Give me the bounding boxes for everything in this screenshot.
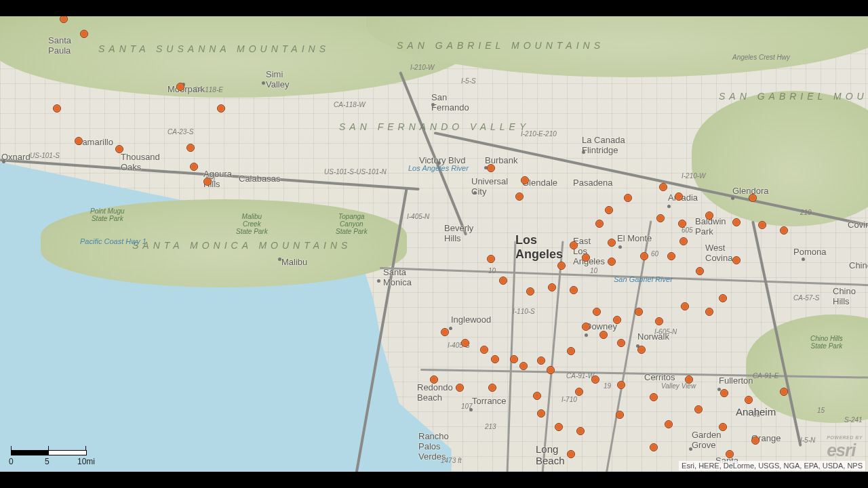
poi-marker[interactable] — [456, 384, 464, 392]
esri-logo-tagline: POWERED BY — [827, 435, 863, 440]
city-label: Moorpark — [167, 84, 205, 94]
city-dot-icon — [449, 327, 452, 330]
poi-marker[interactable] — [80, 30, 88, 38]
poi-marker[interactable] — [515, 192, 524, 201]
poi-marker[interactable] — [593, 308, 601, 316]
poi-marker[interactable] — [570, 241, 578, 249]
poi-marker[interactable] — [696, 267, 704, 275]
poi-marker[interactable] — [705, 211, 713, 220]
poi-marker[interactable] — [567, 347, 575, 355]
poi-marker[interactable] — [548, 283, 556, 291]
poi-marker[interactable] — [217, 104, 225, 113]
poi-marker[interactable] — [608, 239, 616, 247]
city-label: Fullerton — [719, 375, 753, 386]
poi-marker[interactable] — [441, 328, 449, 336]
poi-marker[interactable] — [679, 237, 688, 245]
poi-marker[interactable] — [780, 388, 788, 396]
poi-marker[interactable] — [533, 392, 541, 400]
poi-marker[interactable] — [650, 393, 658, 401]
city-label: ChinoHills — [833, 286, 856, 306]
poi-marker[interactable] — [655, 317, 663, 325]
poi-marker[interactable] — [203, 178, 212, 186]
poi-marker[interactable] — [582, 323, 590, 331]
poi-marker[interactable] — [510, 355, 518, 363]
poi-marker[interactable] — [780, 226, 788, 235]
poi-marker[interactable] — [519, 362, 528, 370]
poi-marker[interactable] — [186, 144, 195, 152]
poi-marker[interactable] — [675, 192, 683, 201]
poi-marker[interactable] — [190, 163, 198, 171]
poi-marker[interactable] — [635, 308, 643, 316]
poi-marker[interactable] — [694, 405, 703, 413]
poi-marker[interactable] — [176, 83, 184, 91]
poi-marker[interactable] — [595, 220, 604, 228]
poi-marker[interactable] — [570, 286, 578, 294]
poi-marker[interactable] — [751, 436, 760, 445]
poi-marker[interactable] — [555, 423, 563, 431]
poi-marker[interactable] — [430, 375, 438, 384]
poi-marker[interactable] — [75, 137, 83, 145]
poi-marker[interactable] — [705, 308, 713, 316]
poi-marker[interactable] — [487, 255, 495, 263]
highway-label: CA-91-W — [566, 372, 594, 380]
city-dot-icon — [278, 258, 281, 261]
poi-marker[interactable] — [526, 287, 534, 296]
city-label: BeverlyHills — [444, 223, 473, 243]
poi-marker[interactable] — [659, 183, 667, 191]
city-dot-icon — [689, 447, 692, 451]
poi-marker[interactable] — [732, 218, 741, 226]
poi-marker[interactable] — [576, 427, 585, 435]
poi-marker[interactable] — [582, 253, 590, 262]
poi-marker[interactable] — [667, 252, 675, 260]
poi-marker[interactable] — [719, 294, 727, 302]
poi-marker[interactable] — [521, 176, 529, 184]
water-label: San Gabriel River — [614, 275, 673, 283]
poi-marker[interactable] — [537, 357, 545, 365]
poi-marker[interactable] — [720, 389, 728, 397]
highway-label: US-101-S-US-101-N — [324, 168, 387, 176]
poi-marker[interactable] — [719, 423, 727, 431]
poi-marker[interactable] — [726, 450, 734, 458]
poi-marker[interactable] — [567, 450, 575, 458]
poi-marker[interactable] — [547, 366, 555, 374]
poi-marker[interactable] — [656, 214, 665, 222]
poi-marker[interactable] — [605, 206, 613, 214]
poi-marker[interactable] — [557, 262, 566, 270]
poi-marker[interactable] — [488, 384, 496, 392]
poi-marker[interactable] — [678, 220, 686, 228]
poi-marker[interactable] — [681, 302, 689, 310]
map-viewport[interactable]: SANTA SUSANNA MOUNTAINSSAN GABRIEL MOUNT… — [0, 16, 868, 472]
poi-marker[interactable] — [591, 375, 599, 384]
city-dot-icon — [377, 279, 380, 283]
poi-marker[interactable] — [613, 316, 621, 324]
poi-marker[interactable] — [650, 443, 658, 451]
poi-marker[interactable] — [491, 355, 499, 363]
poi-marker[interactable] — [53, 104, 61, 113]
poi-marker[interactable] — [115, 145, 123, 153]
poi-marker[interactable] — [537, 409, 545, 418]
poi-marker[interactable] — [637, 346, 646, 354]
poi-marker[interactable] — [480, 346, 488, 354]
city-label: RedondoBeach — [417, 382, 453, 403]
scale-segment-icon — [49, 451, 86, 455]
poi-marker[interactable] — [685, 375, 693, 384]
poi-marker[interactable] — [499, 277, 507, 285]
poi-marker[interactable] — [617, 339, 625, 347]
poi-marker[interactable] — [640, 252, 648, 260]
poi-marker[interactable] — [616, 411, 624, 419]
poi-marker[interactable] — [487, 164, 495, 172]
poi-marker[interactable] — [732, 256, 741, 264]
poi-marker[interactable] — [608, 258, 616, 266]
poi-marker[interactable] — [758, 221, 766, 229]
poi-marker[interactable] — [745, 396, 753, 404]
city-dot-icon — [473, 191, 477, 195]
poi-marker[interactable] — [749, 194, 757, 202]
poi-marker[interactable] — [575, 388, 583, 396]
poi-marker[interactable] — [461, 339, 469, 347]
poi-marker[interactable] — [665, 420, 673, 428]
poi-marker[interactable] — [617, 381, 625, 389]
poi-marker[interactable] — [624, 194, 632, 202]
city-dot-icon — [469, 408, 473, 411]
poi-marker[interactable] — [599, 331, 608, 339]
scale-mark: 10mi — [77, 457, 95, 466]
